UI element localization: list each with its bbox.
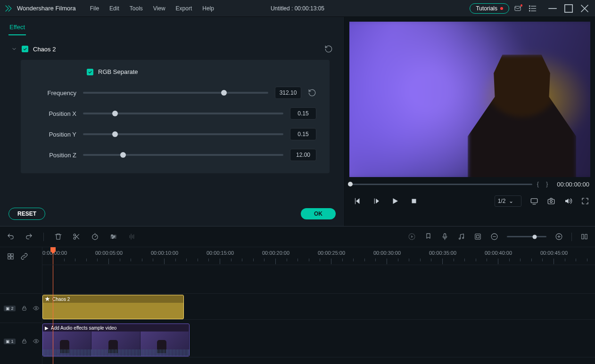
timeline-side: ▣ 2 ▣ 1 bbox=[0, 247, 42, 364]
tick-label: 00:00:20:00 bbox=[262, 250, 289, 256]
auto-ripple-icon[interactable] bbox=[20, 252, 28, 260]
effect-track[interactable]: Chaos 2 bbox=[42, 293, 595, 320]
play-button[interactable] bbox=[391, 197, 399, 205]
svg-rect-51 bbox=[582, 235, 584, 239]
stop-button[interactable] bbox=[410, 197, 418, 205]
menu-view[interactable]: View bbox=[149, 3, 170, 14]
toggle-visibility-icon[interactable] bbox=[33, 338, 39, 344]
record-voice-icon[interactable] bbox=[441, 233, 449, 241]
redo-icon[interactable] bbox=[25, 233, 33, 241]
lock-track-icon[interactable] bbox=[21, 305, 27, 311]
reset-button[interactable]: RESET bbox=[8, 208, 45, 220]
tutorials-button[interactable]: Tutorials bbox=[470, 3, 509, 14]
tick-label: 00:00:45:00 bbox=[540, 250, 568, 256]
svg-point-60 bbox=[35, 340, 36, 342]
preview-zoom-select[interactable]: 1/2 ⌄ bbox=[495, 195, 521, 207]
tab-effect[interactable]: Effect bbox=[8, 22, 26, 35]
ok-button[interactable]: OK bbox=[301, 208, 336, 219]
undo-icon[interactable] bbox=[7, 233, 15, 241]
audio-mixer-icon[interactable] bbox=[457, 233, 465, 241]
zoom-in-icon[interactable] bbox=[555, 233, 563, 241]
svg-rect-57 bbox=[22, 308, 26, 310]
posx-slider[interactable] bbox=[83, 113, 283, 114]
volume-icon[interactable] bbox=[564, 197, 572, 205]
minimize-button[interactable] bbox=[546, 4, 559, 13]
message-icon[interactable] bbox=[514, 4, 523, 13]
timeline-tracks[interactable]: 00:00:00:0000:00:05:0000:00:10:0000:00:1… bbox=[42, 247, 595, 364]
effect-clip[interactable]: Chaos 2 bbox=[42, 295, 184, 319]
menu-help[interactable]: Help bbox=[198, 3, 219, 14]
svg-rect-19 bbox=[548, 199, 554, 204]
slider-thumb[interactable] bbox=[120, 152, 126, 158]
posz-value[interactable]: 12.00 bbox=[290, 149, 316, 161]
timeline-ruler[interactable]: 00:00:00:0000:00:05:0000:00:10:0000:00:1… bbox=[42, 247, 595, 265]
posy-value[interactable]: 0.15 bbox=[290, 128, 316, 140]
chevron-down-icon[interactable] bbox=[11, 46, 17, 52]
manage-tracks-icon[interactable] bbox=[7, 252, 15, 260]
menu-edit[interactable]: Edit bbox=[105, 3, 124, 14]
menu-file[interactable]: File bbox=[85, 3, 104, 14]
keyframe-icon[interactable] bbox=[474, 233, 482, 241]
render-icon[interactable] bbox=[408, 233, 416, 241]
effect-enable-checkbox[interactable] bbox=[22, 46, 28, 52]
timeline-zoom-slider[interactable] bbox=[507, 236, 546, 237]
crop-icon[interactable] bbox=[109, 233, 117, 241]
slider-thumb[interactable] bbox=[221, 90, 227, 96]
zoom-out-icon[interactable] bbox=[490, 233, 498, 241]
frequency-slider[interactable] bbox=[83, 92, 268, 94]
scrubber-thumb[interactable] bbox=[348, 182, 353, 186]
posy-slider[interactable] bbox=[83, 133, 283, 135]
fullscreen-icon[interactable] bbox=[581, 197, 589, 205]
list-icon[interactable] bbox=[528, 4, 537, 13]
svg-point-34 bbox=[112, 237, 114, 239]
timeline-settings-icon[interactable] bbox=[580, 233, 588, 241]
reset-frequency-icon[interactable] bbox=[308, 89, 316, 97]
playback-controls bbox=[353, 197, 418, 205]
tick-label: 00:00:30:00 bbox=[373, 250, 401, 256]
toggle-visibility-icon[interactable] bbox=[33, 305, 39, 311]
tick-label: 00:00:40:00 bbox=[485, 250, 512, 256]
prev-frame-button[interactable] bbox=[353, 197, 362, 205]
slider-thumb[interactable] bbox=[112, 131, 118, 137]
close-button[interactable] bbox=[578, 4, 591, 13]
svg-rect-45 bbox=[477, 235, 479, 238]
tick-label: 00:00:00:00 bbox=[42, 250, 67, 256]
posx-label: Position X bbox=[34, 110, 76, 117]
marker-icon[interactable] bbox=[424, 233, 432, 241]
svg-marker-14 bbox=[376, 199, 379, 204]
timeline-tools-left bbox=[7, 233, 136, 241]
clip-header: Chaos 2 bbox=[43, 295, 183, 303]
step-back-button[interactable] bbox=[372, 197, 380, 205]
preview-timecode: 00:00:00:00 bbox=[557, 181, 589, 188]
rgb-separate-checkbox[interactable] bbox=[87, 69, 93, 75]
effect-bottom-bar: RESET OK bbox=[0, 202, 344, 226]
posz-slider[interactable] bbox=[83, 154, 283, 156]
playback-right-controls: 1/2 ⌄ bbox=[495, 195, 589, 207]
svg-rect-53 bbox=[8, 253, 10, 256]
slider-thumb[interactable] bbox=[112, 111, 118, 116]
svg-rect-16 bbox=[412, 199, 416, 203]
maximize-button[interactable] bbox=[562, 4, 575, 13]
speed-icon[interactable] bbox=[91, 233, 99, 241]
split-icon[interactable] bbox=[73, 233, 81, 241]
delete-icon[interactable] bbox=[54, 233, 62, 241]
lock-track-icon[interactable] bbox=[21, 338, 27, 344]
svg-point-5 bbox=[529, 8, 530, 9]
snapshot-icon[interactable] bbox=[547, 197, 555, 205]
range-brackets-icon[interactable]: { } bbox=[537, 181, 550, 187]
menu-export[interactable]: Export bbox=[171, 3, 197, 14]
zoom-slider-thumb[interactable] bbox=[532, 235, 537, 239]
frequency-value[interactable]: 312.10 bbox=[275, 87, 301, 99]
posx-value[interactable]: 0.15 bbox=[290, 107, 316, 120]
audio-icon[interactable] bbox=[128, 233, 136, 241]
display-settings-icon[interactable] bbox=[530, 197, 538, 205]
app-logo bbox=[4, 4, 13, 13]
video-preview[interactable] bbox=[349, 22, 590, 177]
reset-section-icon[interactable] bbox=[324, 45, 333, 53]
video-clip[interactable]: ▶ Add Audio effects sample video bbox=[42, 324, 190, 356]
video-track[interactable]: ▶ Add Audio effects sample video bbox=[42, 323, 595, 357]
preview-scrubber[interactable] bbox=[350, 184, 532, 185]
preview-progress-bar: { } 00:00:00:00 bbox=[345, 177, 595, 191]
tick-label: 00:00:15:00 bbox=[207, 250, 234, 256]
menu-tools[interactable]: Tools bbox=[125, 3, 148, 14]
